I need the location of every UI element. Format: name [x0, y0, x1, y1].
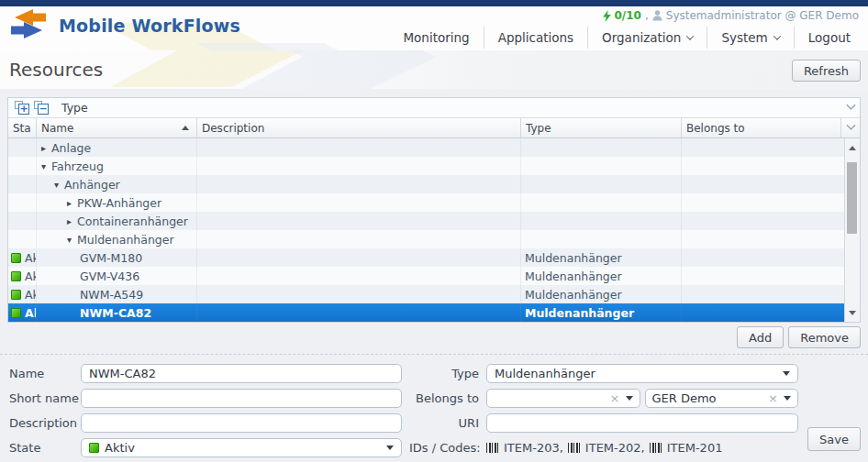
type-dropdown[interactable]: Muldenanhänger: [486, 364, 798, 383]
table-body: ▸Anlage ▾Fahrzeug ▾Anhänger ▸PKW-Anhänge…: [8, 138, 860, 322]
section-divider: [0, 354, 868, 355]
row-description: [197, 285, 521, 303]
vertical-scrollbar[interactable]: [844, 138, 860, 322]
clear-icon[interactable]: ×: [610, 391, 620, 405]
column-header-type[interactable]: Type: [521, 118, 682, 138]
table-row[interactable]: ▾Muldenanhänger: [8, 230, 860, 248]
chevron-down-icon: [773, 32, 781, 39]
expand-all-icon[interactable]: +: [15, 101, 29, 115]
quota-counter: 0/10: [615, 9, 641, 22]
triangle-down-icon: [849, 311, 856, 315]
table-row[interactable]: Aktiv GVM-V436 Muldenanhänger: [8, 267, 860, 285]
add-button[interactable]: Add: [737, 326, 784, 348]
row-name: GVM-M180: [80, 251, 142, 265]
column-header-description[interactable]: Description: [197, 118, 521, 138]
short-name-field[interactable]: [81, 389, 402, 408]
row-type: [521, 212, 682, 230]
state-label: State: [9, 441, 73, 455]
row-type: Muldenanhänger: [521, 285, 682, 303]
table-row[interactable]: Aktiv GVM-M180 Muldenanhänger: [8, 248, 860, 267]
nav-organization[interactable]: Organization: [587, 27, 707, 49]
row-name: Muldenanhänger: [77, 233, 174, 247]
main-nav: Monitoring Applications Organization Sys…: [389, 27, 864, 49]
table-row[interactable]: ▸PKW-Anhänger: [8, 193, 860, 212]
ids-codes-list: ITEM-203 ITEM-202 ITEM-201: [486, 441, 798, 455]
name-label: Name: [9, 367, 73, 380]
nav-monitoring[interactable]: Monitoring: [389, 27, 483, 49]
tree-expander-icon[interactable]: ▾: [54, 180, 64, 190]
row-name: NWM-A549: [80, 288, 143, 302]
app-logo-icon: [7, 9, 50, 42]
scroll-down-button[interactable]: [845, 305, 860, 320]
nav-logout[interactable]: Logout: [794, 27, 864, 49]
tree-expander-icon[interactable]: ▾: [41, 161, 51, 171]
row-description: [197, 138, 521, 157]
row-description: [197, 212, 521, 230]
row-state: Aktiv: [25, 306, 37, 320]
tree-expander-icon[interactable]: ▸: [67, 198, 77, 208]
row-belongs-to: [682, 212, 860, 230]
id-code-item[interactable]: ITEM-201: [650, 441, 723, 455]
id-code-item[interactable]: ITEM-202: [568, 441, 645, 455]
table-row[interactable]: ▸Anlage: [8, 138, 860, 157]
row-state: Aktiv: [25, 251, 37, 265]
refresh-button[interactable]: Refresh: [792, 60, 861, 82]
scroll-up-button[interactable]: [845, 140, 860, 155]
row-belongs-to: [682, 267, 860, 285]
username-label: Systemadministrator @ GER Demo: [666, 9, 859, 22]
table-row[interactable]: ▾Fahrzeug: [8, 157, 860, 175]
clear-icon[interactable]: ×: [768, 391, 778, 405]
caret-down-icon: [783, 371, 790, 376]
column-header-name[interactable]: Name: [37, 118, 197, 138]
caret-down-icon[interactable]: [784, 396, 791, 401]
tree-expander-icon[interactable]: ▸: [41, 143, 51, 153]
tree-expander-icon[interactable]: ▾: [67, 235, 77, 245]
nav-applications[interactable]: Applications: [484, 27, 587, 49]
row-type: [521, 193, 682, 212]
collapse-all-icon[interactable]: −: [34, 101, 49, 115]
row-state: Aktiv: [25, 270, 37, 283]
nav-system[interactable]: System: [707, 27, 793, 49]
remove-button[interactable]: Remove: [788, 326, 861, 348]
name-field[interactable]: [81, 364, 402, 383]
triangle-up-icon: [849, 146, 856, 150]
row-name: Anhänger: [64, 178, 120, 192]
row-belongs-to: [682, 303, 860, 322]
save-button[interactable]: Save: [807, 427, 861, 451]
barcode-icon: [650, 443, 663, 453]
type-menu-button[interactable]: Type: [53, 101, 96, 115]
id-code-text: ITEM-203: [504, 441, 563, 455]
belongs-to-combo[interactable]: ×: [486, 389, 640, 408]
row-description: [197, 175, 521, 193]
uri-field[interactable]: [486, 413, 798, 433]
tree-expander-icon[interactable]: ▸: [67, 216, 77, 226]
toolbar-overflow-button[interactable]: [841, 104, 860, 111]
column-header-state[interactable]: Sta: [8, 118, 37, 138]
caret-down-icon[interactable]: [626, 396, 633, 401]
id-code-text: ITEM-201: [667, 441, 723, 455]
chevron-down-icon: [686, 32, 694, 39]
row-description: [197, 303, 521, 322]
watermark-shape: [206, 50, 436, 89]
status-green-icon: [11, 290, 21, 300]
column-header-belongs-to[interactable]: Belongs to: [682, 118, 841, 138]
watermark-shape: [110, 50, 330, 87]
id-code-item[interactable]: ITEM-203: [486, 441, 563, 455]
tenant-combo[interactable]: GER Demo ×: [645, 389, 799, 408]
row-description: [197, 267, 521, 285]
description-label: Description: [9, 416, 73, 430]
app-title: Mobile WorkFlows: [59, 16, 240, 36]
scrollbar-thumb[interactable]: [847, 162, 857, 234]
table-header-row: Sta Name Description Type Belongs to: [8, 118, 860, 138]
table-row[interactable]: Aktiv NWM-A549 Muldenanhänger: [8, 285, 860, 303]
state-dropdown[interactable]: Aktiv: [81, 438, 402, 457]
table-row-selected[interactable]: Aktiv NWM-CA82 Muldenanhänger: [8, 303, 860, 322]
lightning-icon: [603, 10, 611, 22]
row-belongs-to: [682, 193, 860, 212]
description-field[interactable]: [81, 413, 402, 433]
table-row[interactable]: ▸Containeranhänger: [8, 212, 860, 230]
column-menu-button[interactable]: [841, 118, 860, 138]
belongs-to-label: Belongs to: [409, 391, 479, 405]
table-row[interactable]: ▾Anhänger: [8, 175, 860, 193]
user-icon: [652, 10, 662, 21]
